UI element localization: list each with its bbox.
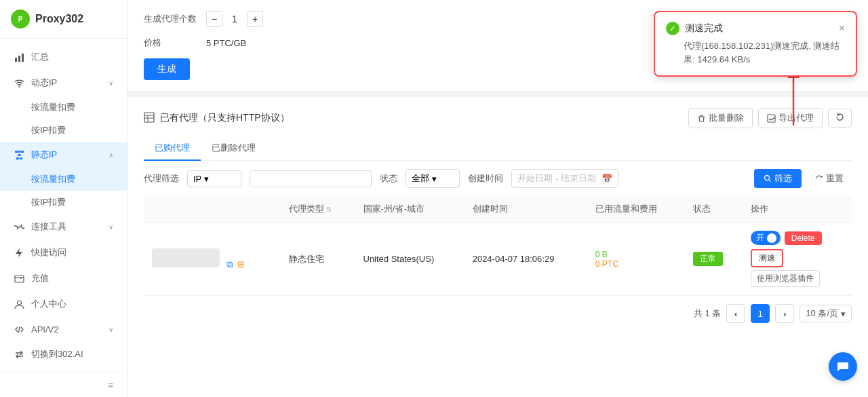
tab-deleted[interactable]: 已删除代理 <box>201 136 267 161</box>
proxy-filter-input[interactable] <box>250 170 372 187</box>
svg-rect-12 <box>15 276 24 282</box>
sort-icon: ⇅ <box>326 206 332 213</box>
operation-cell: 开 Delete 测速 使用浏览器插件 <box>743 223 852 296</box>
sidebar-item-label-switch: 切换到302.AI <box>31 348 113 360</box>
country-cell: United States(US) <box>355 223 465 296</box>
table-icon <box>144 112 155 125</box>
table-section: 已有代理（只支持HTTP协议） 批量删除 导出代理 已购代理 <box>127 97 868 397</box>
chevron-right-icon: ∨ <box>108 223 113 231</box>
chat-button[interactable] <box>829 352 857 381</box>
generate-button[interactable]: 生成 <box>144 58 190 80</box>
proxy-filter-label: 代理筛选 <box>144 172 179 185</box>
flow-cell: 0 B 0 PTC <box>587 223 685 296</box>
sidebar-item-label-personal: 个人中心 <box>31 298 113 310</box>
search-label: 筛选 <box>774 172 792 185</box>
sidebar-item-static-traffic[interactable]: 按流量扣费 <box>0 168 127 191</box>
speed-test-button[interactable]: 测速 <box>751 249 783 267</box>
svg-rect-7 <box>18 151 20 153</box>
delete-button[interactable]: Delete <box>785 231 822 245</box>
qr-icon[interactable]: ⊞ <box>237 259 245 269</box>
svg-rect-20 <box>768 115 775 122</box>
next-page-button[interactable]: › <box>775 304 794 323</box>
per-page-value: 10 条/页 <box>806 307 838 320</box>
user-icon <box>14 299 24 309</box>
chart-icon <box>14 52 24 62</box>
reset-label: 重置 <box>826 172 844 185</box>
per-page-select[interactable]: 10 条/页 ▾ <box>800 305 852 322</box>
sidebar-item-recharge[interactable]: 充值 <box>0 265 127 291</box>
section-header: 已有代理（只支持HTTP协议） 批量删除 导出代理 <box>144 108 852 128</box>
current-page-button[interactable]: 1 <box>751 304 770 323</box>
reset-button[interactable]: 重置 <box>807 169 852 188</box>
sidebar-collapse-icon[interactable]: ≡ <box>108 380 113 390</box>
export-button[interactable]: 导出代理 <box>758 108 823 128</box>
sidebar-item-api[interactable]: API/V2 ∨ <box>0 317 127 341</box>
check-circle-icon: ✓ <box>666 22 679 35</box>
tab-purchased[interactable]: 已购代理 <box>144 136 201 161</box>
sidebar-logo: P Proxy302 <box>0 0 127 39</box>
sidebar-sub-label-traffic: 按流量扣费 <box>31 102 75 112</box>
batch-delete-button[interactable]: 批量删除 <box>688 108 753 128</box>
brand-name: Proxy302 <box>35 13 83 25</box>
total-count: 共 1 条 <box>694 307 721 320</box>
copy-icon[interactable]: ⧉ <box>226 259 233 269</box>
sidebar-item-switch[interactable]: 切换到302.AI <box>0 341 127 367</box>
status-select[interactable]: 全部 ▾ <box>406 169 460 188</box>
col-proxy-type: 代理类型 ⇅ <box>281 196 355 223</box>
svg-point-13 <box>17 301 21 305</box>
plugin-button[interactable]: 使用浏览器插件 <box>751 270 820 287</box>
svg-rect-6 <box>15 151 18 153</box>
proxy-filter-select[interactable]: IP ▾ <box>187 170 241 187</box>
sidebar-nav: 汇总 动态IP ∨ 按流量扣费 按IP扣费 静态IP ∧ 按流量扣费 按 <box>0 39 127 373</box>
price-label: 价格 <box>144 37 198 49</box>
sidebar-item-static-ip-billing[interactable]: 按IP扣费 <box>0 191 127 214</box>
date-start-placeholder: 开始日期 <box>517 172 553 185</box>
sidebar-item-label-summary: 汇总 <box>31 51 113 63</box>
notification-close-button[interactable]: × <box>839 22 845 35</box>
col-flow: 已用流量和费用 <box>587 196 685 223</box>
notification-title: ✓ 测速完成 <box>666 22 723 35</box>
proxy-type-value: 静态住宅 <box>289 254 324 264</box>
status-badge: 正常 <box>693 252 723 266</box>
filter-bar: 代理筛选 IP ▾ 状态 全部 ▾ 创建时间 开始日期 - 结束日期 📅 <box>144 169 852 188</box>
chevron-down-status: ▾ <box>432 174 437 184</box>
sidebar-item-quick[interactable]: 快捷访问 <box>0 240 127 265</box>
chevron-up-icon: ∧ <box>108 151 113 159</box>
notification-title-text: 测速完成 <box>685 22 723 35</box>
status-label: 状态 <box>380 172 397 185</box>
date-separator: - <box>555 174 558 184</box>
chevron-down-filter: ▾ <box>204 174 209 184</box>
pagination: 共 1 条 ‹ 1 › 10 条/页 ▾ <box>144 296 852 326</box>
prev-page-button[interactable]: ‹ <box>726 304 745 323</box>
sidebar-item-dynamic-ip-billing[interactable]: 按IP扣费 <box>0 119 127 142</box>
notification-popup: ✓ 测速完成 × 代理(168.158.102.231)测速完成, 测速结果: … <box>654 11 857 77</box>
col-country: 国家-州/省-城市 <box>355 196 465 223</box>
sidebar-item-static-ip[interactable]: 静态IP ∧ <box>0 142 127 168</box>
svg-rect-3 <box>18 56 20 62</box>
increment-button[interactable]: + <box>247 11 263 27</box>
refresh-button[interactable] <box>828 109 852 128</box>
toggle-label: 开 <box>756 232 764 244</box>
date-range-picker[interactable]: 开始日期 - 结束日期 📅 <box>511 169 618 188</box>
calendar-icon: 📅 <box>601 174 612 184</box>
counter-control: − 1 + <box>206 11 263 27</box>
status-cell: 正常 <box>685 223 743 296</box>
section-title-text: 已有代理（只支持HTTP协议） <box>160 112 290 124</box>
sidebar-item-personal[interactable]: 个人中心 <box>0 291 127 317</box>
sidebar-item-help[interactable]: 帮助中心 <box>0 367 127 373</box>
generate-count-label: 生成代理个数 <box>144 13 198 25</box>
table-row: ⧉ ⊞ 静态住宅 United States(US) 2024-04-07 18… <box>144 223 852 296</box>
search-button[interactable]: 筛选 <box>754 169 802 188</box>
sidebar-bottom: ≡ <box>0 373 127 397</box>
decrement-button[interactable]: − <box>206 11 222 27</box>
sidebar-sub-label-static-ip: 按IP扣费 <box>31 197 66 207</box>
export-label: 导出代理 <box>778 112 814 124</box>
sidebar-sub-label-static-traffic: 按流量扣费 <box>31 174 75 184</box>
col-operation: 操作 <box>743 196 852 223</box>
sidebar-item-connection[interactable]: 连接工具 ∨ <box>0 214 127 240</box>
notification-body: 代理(168.158.102.231)测速完成, 测速结果: 1429.64 K… <box>666 39 845 66</box>
sidebar-item-summary[interactable]: 汇总 <box>0 44 127 70</box>
sidebar-item-dynamic-ip[interactable]: 动态IP ∨ <box>0 70 127 96</box>
toggle-button[interactable]: 开 <box>751 231 781 245</box>
sidebar-item-dynamic-traffic[interactable]: 按流量扣费 <box>0 96 127 119</box>
